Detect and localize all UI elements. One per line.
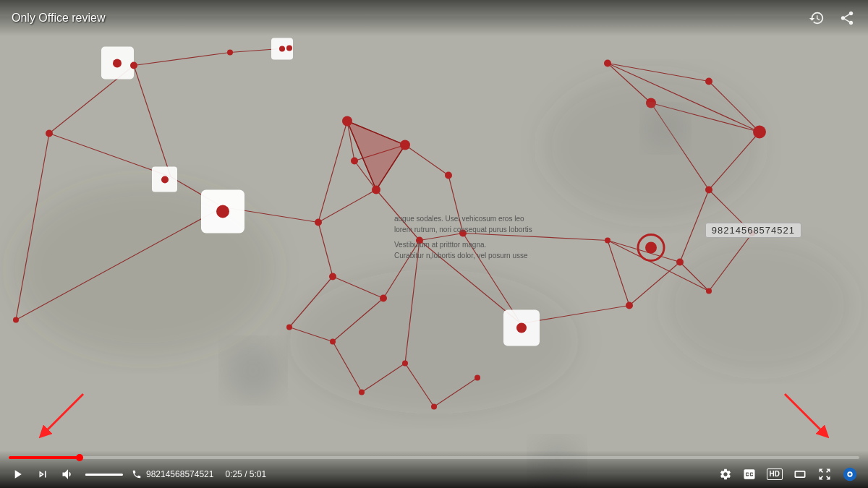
- brand-button[interactable]: [841, 465, 859, 484]
- hd-button[interactable]: HD: [765, 467, 784, 481]
- svg-point-78: [459, 230, 467, 237]
- time-display: 0:25 / 5:01: [225, 469, 266, 479]
- svg-point-94: [706, 288, 712, 294]
- svg-point-68: [130, 62, 137, 69]
- svg-point-107: [848, 473, 851, 476]
- svg-point-70: [286, 46, 292, 51]
- share-icon: [839, 10, 855, 26]
- svg-point-77: [445, 172, 452, 179]
- svg-point-100: [644, 107, 687, 150]
- network-visualization: [0, 0, 868, 488]
- play-icon: [10, 467, 25, 481]
- svg-point-62: [161, 176, 169, 184]
- video-title: Only Office review: [12, 12, 106, 25]
- right-controls: HD: [718, 465, 859, 484]
- channel-info: 98214568574521: [132, 469, 213, 479]
- progress-bar[interactable]: [9, 456, 859, 459]
- svg-point-64: [216, 205, 229, 218]
- next-icon: [36, 468, 49, 481]
- progress-fill: [9, 456, 80, 459]
- svg-point-58: [113, 59, 122, 68]
- history-button[interactable]: [807, 9, 826, 27]
- svg-point-89: [646, 98, 656, 108]
- svg-point-4: [665, 241, 854, 371]
- svg-point-75: [351, 158, 358, 165]
- svg-point-72: [342, 116, 352, 127]
- hd-badge: HD: [767, 468, 783, 480]
- bottom-controls: 98214568574521 0:25 / 5:01: [0, 450, 868, 488]
- svg-point-60: [279, 46, 285, 52]
- svg-point-92: [705, 187, 712, 194]
- volume-icon: [61, 467, 75, 481]
- svg-point-96: [626, 302, 633, 309]
- volume-button[interactable]: [59, 466, 77, 483]
- history-icon: [809, 10, 825, 26]
- cc-button[interactable]: [741, 466, 758, 483]
- svg-point-83: [330, 339, 336, 345]
- channel-number: 98214568574521: [146, 469, 213, 479]
- cc-icon: [742, 467, 757, 481]
- left-controls: 98214568574521 0:25 / 5:01: [9, 466, 266, 483]
- settings-button[interactable]: [718, 466, 733, 482]
- svg-point-80: [329, 273, 336, 281]
- svg-point-90: [705, 78, 712, 85]
- top-bar: Only Office review: [0, 0, 868, 36]
- svg-point-73: [400, 140, 410, 150]
- expand-icon: [817, 467, 832, 481]
- volume-fill: [85, 474, 116, 476]
- volume-slider[interactable]: [85, 474, 123, 476]
- svg-point-81: [380, 295, 387, 302]
- theater-icon: [793, 467, 807, 481]
- svg-point-69: [227, 50, 233, 56]
- settings-icon: [719, 468, 732, 481]
- video-player[interactable]: augue sodales. Usei vehicosum eros leo l…: [0, 0, 868, 488]
- theater-button[interactable]: [791, 466, 809, 483]
- next-button[interactable]: [35, 466, 51, 482]
- svg-point-67: [46, 130, 53, 137]
- svg-point-88: [604, 60, 611, 67]
- brand-icon: [842, 466, 858, 482]
- svg-point-66: [516, 323, 527, 333]
- svg-point-82: [286, 325, 292, 330]
- number-badge: 98214568574521: [705, 223, 801, 238]
- svg-point-71: [13, 317, 19, 323]
- svg-point-101: [224, 342, 282, 400]
- svg-point-91: [753, 126, 766, 139]
- svg-point-97: [605, 238, 610, 244]
- svg-point-93: [676, 259, 684, 266]
- expand-button[interactable]: [816, 466, 833, 483]
- controls-row: 98214568574521 0:25 / 5:01: [9, 465, 859, 484]
- svg-point-79: [416, 237, 423, 244]
- svg-point-86: [431, 404, 437, 410]
- svg-point-85: [402, 361, 408, 367]
- svg-point-99: [645, 242, 657, 254]
- top-right-controls: [807, 9, 856, 27]
- svg-point-2: [542, 74, 760, 219]
- svg-point-84: [359, 390, 365, 395]
- svg-point-76: [315, 219, 322, 226]
- share-button[interactable]: [838, 9, 856, 27]
- phone-icon: [132, 469, 142, 479]
- svg-point-74: [372, 186, 380, 194]
- svg-point-87: [475, 375, 480, 381]
- play-button[interactable]: [9, 466, 26, 483]
